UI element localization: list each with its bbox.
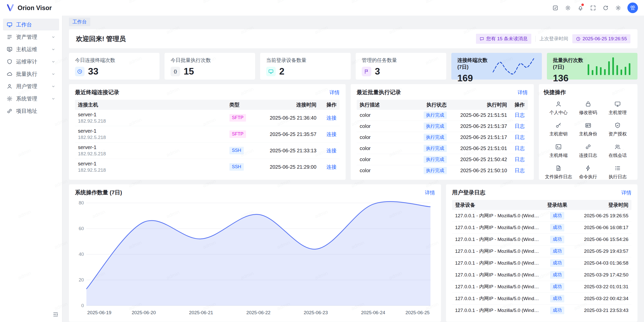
exec-desc: color — [357, 134, 412, 140]
table-row: color 执行完成 2025-06-25 21:50:42 日志 — [357, 154, 528, 165]
list-check-icon — [614, 165, 621, 171]
quick-action-asset-grant[interactable]: 资产授权 — [603, 122, 632, 137]
exec-desc: color — [357, 146, 412, 151]
quick-action-personal-center[interactable]: 个人中心 — [544, 101, 573, 116]
notifications-bell-icon[interactable] — [575, 3, 586, 13]
theme-toggle-icon[interactable] — [562, 3, 573, 13]
connect-time: 2025-06-25 21:33:13 — [257, 148, 319, 154]
svg-text:2025-06-19: 2025-06-19 — [87, 310, 111, 315]
log-link[interactable]: 日志 — [515, 145, 525, 152]
quick-action-online-sessions[interactable]: 在线会话 — [603, 144, 632, 158]
user-icon — [555, 101, 562, 107]
sidebar-item-project-url[interactable]: 项目地址 — [3, 105, 59, 117]
system-ops-more-link[interactable]: 详情 — [425, 189, 435, 196]
exec-records-more-link[interactable]: 详情 — [518, 89, 528, 96]
login-time: 2025-06-06 15:54:26 — [572, 237, 631, 242]
stat-value: 169 — [457, 73, 491, 84]
quick-action-exec-log[interactable]: 执行日志 — [603, 165, 632, 180]
quick-action-connect-log[interactable]: 连接日志 — [573, 144, 603, 158]
sidebar-collapse-icon[interactable] — [53, 311, 59, 318]
user-avatar[interactable]: 管 — [627, 3, 638, 13]
exec-time: 2025-06-25 21:51:51 — [450, 112, 510, 118]
quick-action-command-exec[interactable]: 命令执行 — [573, 165, 603, 180]
login-time: 2025-03-29 17:42:50 — [572, 272, 631, 278]
refresh-icon[interactable] — [600, 3, 611, 13]
sidebar-item-system-mgmt[interactable]: 系统管理 — [3, 93, 59, 104]
table-row: server-1182.92.5.218 SFTP 2025-06-25 21:… — [75, 126, 340, 142]
chevron-down-icon — [51, 84, 56, 89]
dashboard-icon — [7, 22, 13, 28]
breadcrumb-workbench[interactable]: 工作台 — [69, 18, 90, 26]
login-device: 127.0.0.1 - 内网IP - Mozilla/5.0 (Windows … — [455, 295, 539, 302]
sidebar-item-host-ops[interactable]: 主机运维 — [3, 43, 59, 55]
connect-link[interactable]: 连接 — [327, 115, 337, 121]
table-row: color 执行完成 2025-06-25 21:51:51 日志 — [357, 110, 528, 121]
connect-link[interactable]: 连接 — [327, 147, 337, 154]
sidebar-item-user-mgmt[interactable]: 用户管理 — [3, 80, 59, 92]
result-badge: 成功 — [550, 247, 564, 255]
sidebar-item-audit[interactable]: 运维审计 — [3, 56, 59, 67]
welcome-title: 欢迎回来! 管理员 — [76, 34, 126, 43]
sidebar-item-assets[interactable]: 资产管理 — [3, 31, 59, 43]
key-icon — [555, 122, 562, 129]
svg-text:2025-06-24: 2025-06-24 — [361, 310, 385, 315]
log-link[interactable]: 日志 — [515, 134, 525, 141]
sidebar-item-batch-exec[interactable]: 批量执行 — [3, 68, 59, 80]
fullscreen-icon[interactable] — [588, 3, 598, 13]
login-logs-table: 登录设备 登录结果 登录时间 127.0.0.1 - 内网IP - Mozill… — [452, 200, 631, 316]
table-row: server-1182.92.5.218 SFTP 2025-06-25 21:… — [75, 110, 340, 126]
link-icon — [585, 144, 591, 150]
login-time: 2025-06-25 19:26:55 — [572, 213, 631, 219]
terminal-records-more-link[interactable]: 详情 — [330, 89, 340, 96]
log-link[interactable]: 日志 — [515, 167, 525, 174]
unread-messages-badge[interactable]: 您有 15 条未读消息 — [476, 34, 531, 44]
result-badge: 成功 — [550, 283, 564, 291]
host-ip: 182.92.5.218 — [78, 167, 106, 173]
table-row: server-1182.92.5.218 SSH 2025-06-25 21:2… — [75, 159, 340, 175]
login-device: 127.0.0.1 - 内网IP - Mozilla/5.0 (Windows … — [455, 224, 539, 231]
quick-action-host-identity[interactable]: 主机身份 — [573, 122, 603, 137]
status-badge: 执行完成 — [424, 156, 447, 163]
terminal-icon — [555, 144, 562, 150]
login-device: 127.0.0.1 - 内网IP - Mozilla/5.0 (Windows … — [455, 248, 539, 255]
terminal-sparkline — [491, 56, 536, 76]
panel-title: 用户登录日志 — [452, 189, 485, 196]
quick-action-host-terminal[interactable]: 主机终端 — [544, 144, 573, 158]
connect-link[interactable]: 连接 — [327, 164, 337, 170]
exec-desc: color — [357, 123, 412, 129]
id-card-icon — [585, 122, 591, 129]
table-row: color 执行完成 2025-06-25 21:51:37 日志 — [357, 121, 528, 132]
host-ip: 182.92.5.218 — [78, 151, 106, 157]
log-link[interactable]: 日志 — [515, 123, 525, 130]
shield-check-icon — [614, 122, 621, 129]
host-ip: 182.92.5.218 — [78, 135, 106, 140]
bolt-icon — [585, 165, 591, 171]
connect-link[interactable]: 连接 — [327, 131, 337, 138]
clock-icon — [576, 37, 581, 41]
host-name: server-1 — [78, 128, 96, 134]
log-link[interactable]: 日志 — [515, 112, 525, 119]
svg-text:2025-06-20: 2025-06-20 — [132, 310, 156, 315]
quick-action-host-mgmt[interactable]: 主机管理 — [603, 101, 632, 116]
login-time: 2025-06-06 16:08:17 — [572, 225, 631, 230]
panel-title: 快捷操作 — [544, 89, 566, 96]
login-logs-more-link[interactable]: 详情 — [621, 189, 631, 196]
quick-action-change-password[interactable]: 修改密码 — [573, 101, 603, 116]
tasks-icon[interactable] — [550, 3, 560, 13]
settings-gear-icon[interactable] — [613, 3, 623, 13]
exec-time: 2025-06-25 21:51:37 — [450, 123, 510, 129]
lock-icon — [585, 101, 591, 107]
log-link[interactable]: 日志 — [515, 156, 525, 163]
stat-card-exec-7d: 批量执行次数 (7日) 136 — [547, 53, 637, 80]
welcome-banner: 欢迎回来! 管理员 您有 15 条未读消息 上次登录时间 2025-06-25 … — [69, 29, 637, 48]
sidebar-item-workbench[interactable]: 工作台 — [3, 19, 59, 30]
quick-action-file-op-log[interactable]: 文件操作日志 — [544, 165, 573, 180]
host-name: server-1 — [78, 161, 96, 167]
quick-action-host-keys[interactable]: 主机密钥 — [544, 122, 573, 137]
cloud-icon — [7, 71, 13, 77]
gear-icon — [7, 96, 13, 102]
table-row: 127.0.0.1 - 内网IP - Mozilla/5.0 (Windows … — [452, 222, 631, 234]
exec-records-panel: 最近批量执行记录 详情 执行描述 执行状态 执行时间 操作 color 执行完成… — [351, 84, 534, 180]
display-icon — [266, 67, 276, 76]
host-ops-icon — [7, 46, 13, 52]
